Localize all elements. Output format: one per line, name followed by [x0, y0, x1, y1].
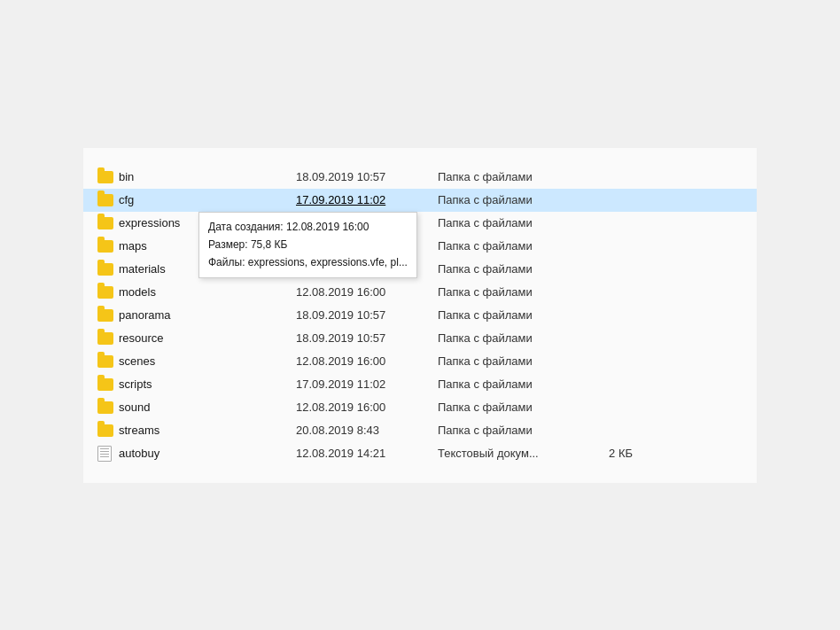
file-type: Папка с файлами — [438, 354, 579, 368]
document-icon — [97, 446, 112, 462]
folder-icon — [97, 286, 113, 299]
file-name: streams — [119, 424, 296, 437]
file-type: Текстовый докум... — [438, 447, 579, 460]
file-date: 12.08.2019 16:00 — [296, 401, 438, 414]
file-name: cfg — [119, 193, 296, 206]
file-row-materials[interactable]: materials12.08.2019 16:00Папка с файлами — [83, 258, 757, 281]
file-type: Папка с файлами — [438, 170, 579, 183]
file-name: models — [119, 285, 296, 299]
folder-icon — [97, 309, 113, 322]
file-row-expressions[interactable]: expressions12.08.2019 16:00Папка с файла… — [83, 212, 757, 235]
file-row-maps[interactable]: maps12.08.2019 8:11Папка с файлами — [83, 235, 757, 258]
folder-icon — [97, 217, 113, 229]
folder-icon — [97, 355, 113, 368]
file-date: 20.08.2019 8:43 — [296, 424, 438, 437]
file-date: 12.08.2019 16:00 — [296, 354, 438, 368]
folder-icon — [97, 401, 113, 414]
file-name: scenes — [119, 354, 296, 368]
file-size: 2 КБ — [579, 447, 633, 460]
folder-icon — [97, 424, 113, 437]
file-date: 12.08.2019 16:00 — [296, 285, 438, 299]
file-name: scripts — [119, 377, 296, 391]
file-name: panorama — [119, 308, 296, 322]
file-row-scripts[interactable]: scripts17.09.2019 11:02Папка с файлами — [83, 373, 757, 396]
file-type: Папка с файлами — [438, 424, 579, 437]
file-row-models[interactable]: models12.08.2019 16:00Папка с файлами — [83, 281, 757, 304]
file-type: Папка с файлами — [438, 216, 579, 229]
file-type: Папка с файлами — [438, 239, 579, 253]
folder-icon — [97, 332, 113, 345]
file-type: Папка с файлами — [438, 285, 579, 299]
file-name: sound — [119, 401, 296, 414]
folder-icon — [97, 263, 113, 276]
folder-icon — [97, 378, 113, 391]
folder-icon — [97, 240, 113, 253]
file-date: 17.09.2019 11:02 — [296, 193, 438, 206]
file-name: autobuy — [119, 447, 296, 460]
file-row-panorama[interactable]: panorama18.09.2019 10:57Папка с файлами — [83, 304, 757, 327]
folder-icon — [97, 194, 113, 206]
file-date: 18.09.2019 10:57 — [296, 331, 438, 345]
folder-icon — [97, 171, 113, 183]
file-row-scenes[interactable]: scenes12.08.2019 16:00Папка с файлами — [83, 350, 757, 373]
file-list: bin18.09.2019 10:57Папка с файламиcfg17.… — [83, 148, 757, 483]
file-type: Папка с файлами — [438, 401, 579, 414]
file-type: Папка с файлами — [438, 262, 579, 276]
file-row-autobuy[interactable]: autobuy12.08.2019 14:21Текстовый докум..… — [83, 442, 757, 465]
file-type: Папка с файлами — [438, 331, 579, 345]
file-row-streams[interactable]: streams20.08.2019 8:43Папка с файлами — [83, 419, 757, 442]
file-type: Папка с файлами — [438, 193, 579, 206]
file-date: 12.08.2019 14:21 — [296, 447, 438, 460]
file-type: Папка с файлами — [438, 377, 579, 391]
file-row-cfg[interactable]: cfg17.09.2019 11:02Папка с файламиДата с… — [83, 189, 757, 212]
file-date: 17.09.2019 11:02 — [296, 377, 438, 391]
file-row-resource[interactable]: resource18.09.2019 10:57Папка с файлами — [83, 327, 757, 350]
file-name: resource — [119, 331, 296, 345]
file-row-bin[interactable]: bin18.09.2019 10:57Папка с файлами — [83, 166, 757, 189]
file-date: 18.09.2019 10:57 — [296, 308, 438, 322]
file-type: Папка с файлами — [438, 308, 579, 322]
file-date: 18.09.2019 10:57 — [296, 170, 438, 183]
file-tooltip: Дата создания: 12.08.2019 16:00Размер: 7… — [198, 212, 417, 278]
file-name: bin — [119, 170, 296, 183]
file-row-sound[interactable]: sound12.08.2019 16:00Папка с файлами — [83, 396, 757, 419]
